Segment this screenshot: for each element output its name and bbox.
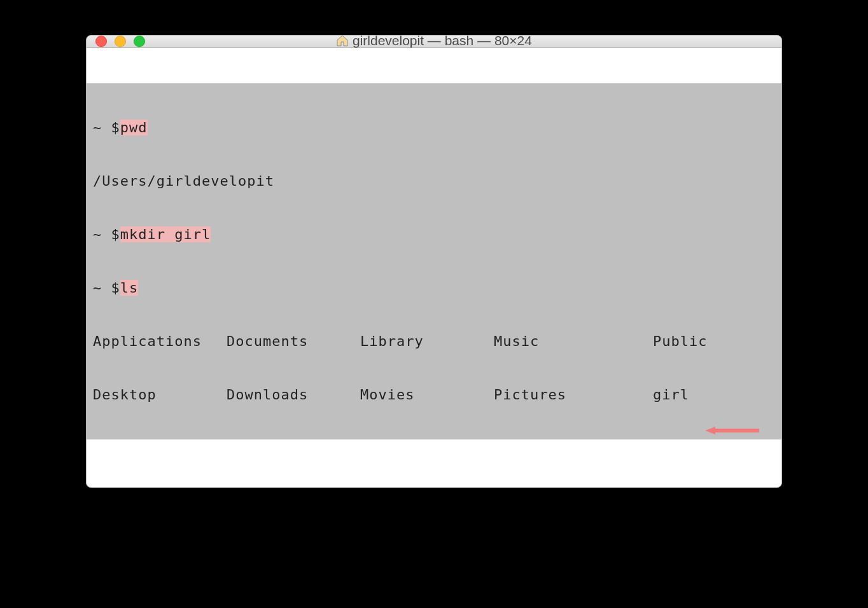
traffic-lights — [95, 36, 145, 47]
command-pwd: pwd — [120, 120, 148, 135]
ls-item: Music — [494, 333, 653, 350]
ls-item: Desktop — [93, 386, 227, 404]
window-title-text: girldevelopit — bash — 80×24 — [353, 35, 532, 48]
prompt: ~ $ — [93, 120, 120, 135]
terminal-window: girldevelopit — bash — 80×24 ~ $pwd /Use… — [86, 35, 782, 488]
ls-item: Public — [653, 333, 781, 350]
arrow-annotation-icon — [705, 390, 759, 399]
titlebar[interactable]: girldevelopit — bash — 80×24 — [87, 36, 781, 48]
terminal-line: ~ $mkdir girl — [87, 226, 781, 244]
home-icon — [336, 35, 349, 50]
maximize-icon[interactable] — [134, 36, 145, 47]
ls-output-row: Applications Documents Library Music Pub… — [87, 333, 781, 350]
terminal-body[interactable]: ~ $pwd /Users/girldevelopit ~ $mkdir gir… — [87, 48, 781, 488]
selected-output-block: ~ $pwd /Users/girldevelopit ~ $mkdir gir… — [87, 83, 781, 439]
ls-item: Documents — [227, 333, 360, 350]
close-icon[interactable] — [95, 36, 107, 47]
terminal-line: ~ $pwd — [87, 119, 781, 137]
ls-item: Pictures — [494, 386, 653, 404]
ls-item: Movies — [360, 386, 494, 404]
ls-item: Applications — [93, 333, 227, 350]
ls-item: Library — [360, 333, 494, 350]
minimize-icon[interactable] — [115, 36, 126, 47]
output-pwd: /Users/girldevelopit — [87, 172, 781, 190]
ls-output-row: Desktop Downloads Movies Pictures girl — [87, 386, 781, 404]
svg-marker-1 — [705, 427, 715, 434]
terminal-line: ~ $ls — [87, 279, 781, 297]
command-mkdir: mkdir girl — [120, 226, 211, 242]
prompt: ~ $ — [93, 226, 120, 242]
prompt: ~ $ — [93, 280, 120, 296]
ls-item: Downloads — [227, 386, 360, 404]
window-title: girldevelopit — bash — 80×24 — [87, 35, 781, 50]
command-ls: ls — [120, 280, 139, 296]
